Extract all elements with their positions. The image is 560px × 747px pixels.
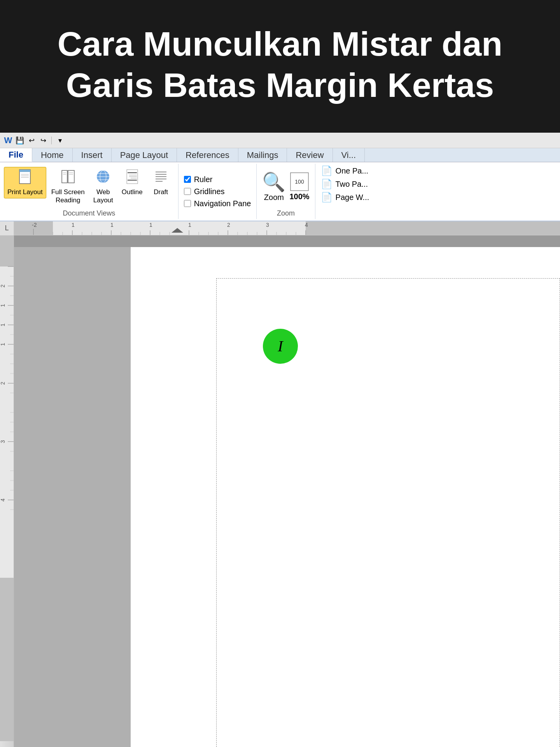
outline-label: Outline — [122, 188, 143, 196]
navigation-pane-checkbox-row: Navigation Pane — [184, 199, 251, 208]
navigation-pane-label: Navigation Pane — [194, 199, 251, 208]
ribbon-tabs: File Home Insert Page Layout References … — [0, 148, 560, 162]
doc-scroll-area[interactable]: I — [14, 235, 560, 747]
page-width-button[interactable]: 📄 Page W... — [321, 192, 380, 203]
banner-title: Cara Munculkan Mistar dan Garis Batas Ma… — [58, 25, 502, 104]
full-screen-label: Full ScreenReading — [51, 188, 85, 204]
web-layout-button[interactable]: WebLayout — [90, 167, 117, 206]
quick-access-toolbar: W 💾 ↩ ↪ ▾ — [0, 133, 560, 148]
customize-icon[interactable]: ▾ — [55, 135, 65, 146]
print-layout-icon — [18, 169, 32, 187]
svg-text:3: 3 — [0, 440, 6, 443]
ruler-checkbox[interactable] — [184, 176, 191, 183]
draft-button[interactable]: Draft — [148, 167, 174, 198]
tab-references[interactable]: References — [177, 148, 238, 162]
draft-label: Draft — [154, 188, 168, 196]
undo-icon[interactable]: ↩ — [26, 135, 37, 146]
save-icon[interactable]: 💾 — [15, 135, 25, 146]
ruler-label: Ruler — [194, 175, 213, 184]
ruler-area: L -2 1 1 1 1 2 3 4 — [0, 221, 560, 235]
svg-rect-31 — [306, 221, 560, 235]
zoom-level-indicator: 100 — [290, 172, 309, 191]
page-view-group: 📄 One Pa... 📄 Two Pa... 📄 Page W... — [315, 164, 385, 219]
svg-text:1: 1 — [0, 343, 6, 346]
tab-mailings[interactable]: Mailings — [238, 148, 287, 162]
show-group: Ruler Gridlines Navigation Pane Show — [178, 164, 257, 219]
one-page-button[interactable]: 📄 One Pa... — [321, 165, 380, 176]
print-layout-label: Print Layout — [7, 188, 43, 196]
svg-text:1: 1 — [188, 222, 191, 228]
web-layout-label: WebLayout — [93, 188, 113, 204]
tab-file[interactable]: File — [0, 148, 32, 162]
draft-icon — [154, 169, 168, 187]
page-area[interactable]: I — [131, 247, 560, 747]
tab-view[interactable]: Vi... — [333, 148, 365, 162]
left-margin-area — [14, 247, 131, 747]
full-screen-reading-button[interactable]: Full ScreenReading — [48, 167, 88, 206]
svg-text:2: 2 — [227, 222, 230, 228]
gridlines-checkbox-row: Gridlines — [184, 187, 251, 196]
one-page-label: One Pa... — [336, 167, 369, 175]
title-banner: Cara Munculkan Mistar dan Garis Batas Ma… — [0, 0, 560, 133]
svg-rect-5 — [62, 170, 67, 183]
svg-text:3: 3 — [266, 222, 269, 228]
vertical-ruler: 2 1 1 1 2 3 4 — [0, 235, 14, 747]
page-width-icon: 📄 — [321, 192, 332, 203]
svg-text:1: 1 — [0, 304, 6, 307]
one-page-icon: 📄 — [321, 165, 332, 176]
two-pages-icon: 📄 — [321, 179, 332, 189]
word-icon: W — [3, 135, 13, 146]
zoom-group-label: Zoom — [277, 208, 295, 217]
ruler-svg: -2 1 1 1 1 2 3 4 — [14, 221, 560, 235]
ribbon-content: Print Layout Full ScreenReading — [0, 162, 560, 221]
svg-text:1: 1 — [110, 222, 114, 228]
svg-rect-68 — [0, 235, 14, 267]
page-width-label: Page W... — [336, 193, 369, 202]
svg-text:2: 2 — [0, 382, 6, 385]
cursor-circle: I — [263, 329, 298, 364]
vertical-ruler-svg: 2 1 1 1 2 3 4 — [0, 235, 14, 741]
redo-icon[interactable]: ↪ — [38, 135, 48, 146]
outline-icon — [125, 169, 139, 187]
ruler-corner: L — [0, 221, 14, 235]
gridlines-label: Gridlines — [194, 187, 225, 196]
zoom-percent: 100% — [289, 192, 309, 201]
svg-text:2: 2 — [0, 284, 6, 288]
svg-text:1: 1 — [149, 222, 152, 228]
cursor-symbol: I — [278, 337, 283, 355]
tab-review[interactable]: Review — [287, 148, 332, 162]
two-pages-label: Two Pa... — [336, 180, 368, 189]
tab-page-layout[interactable]: Page Layout — [112, 148, 177, 162]
doc-view-buttons: Print Layout Full ScreenReading — [4, 165, 174, 208]
zoom-group: 🔍 Zoom 100 100% Zoom — [257, 164, 315, 219]
full-screen-icon — [61, 169, 75, 187]
svg-rect-6 — [68, 170, 74, 183]
web-layout-icon — [96, 169, 110, 187]
svg-rect-1 — [19, 170, 30, 172]
ruler-corner-label: L — [5, 224, 9, 232]
document-views-group: Print Layout Full ScreenReading — [0, 164, 178, 219]
zoom-icon: 🔍 — [262, 171, 285, 193]
gridlines-checkbox[interactable] — [184, 188, 191, 195]
print-layout-button[interactable]: Print Layout — [4, 167, 46, 198]
svg-text:100: 100 — [295, 179, 304, 185]
zoom-label: Zoom — [264, 193, 284, 202]
tab-home[interactable]: Home — [32, 148, 73, 162]
toolbar-divider — [51, 137, 52, 144]
svg-text:1: 1 — [0, 323, 6, 326]
svg-text:4: 4 — [0, 498, 6, 502]
two-pages-button[interactable]: 📄 Two Pa... — [321, 179, 380, 189]
doc-views-label: Document Views — [63, 208, 115, 217]
document-area: 2 1 1 1 2 3 4 — [0, 235, 560, 747]
tab-insert[interactable]: Insert — [73, 148, 112, 162]
svg-text:-2: -2 — [32, 222, 37, 228]
outline-button[interactable]: Outline — [118, 167, 146, 198]
svg-text:4: 4 — [305, 222, 308, 228]
svg-text:1: 1 — [72, 222, 75, 228]
navigation-pane-checkbox[interactable] — [184, 200, 191, 207]
svg-rect-70 — [0, 578, 14, 741]
zoom-button[interactable]: 🔍 Zoom — [262, 171, 285, 202]
ruler-checkbox-row: Ruler — [184, 175, 251, 184]
horizontal-ruler: -2 1 1 1 1 2 3 4 — [14, 221, 560, 235]
